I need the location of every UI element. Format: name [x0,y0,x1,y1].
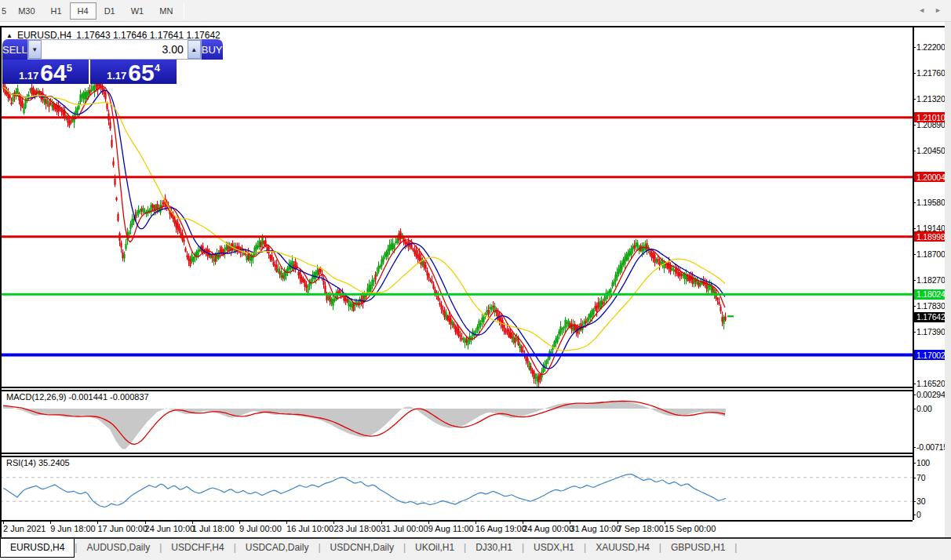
tab-scroll-right-icon[interactable]: ► [935,6,942,14]
axis-tick-mark [913,395,916,395]
price-tick-label: 1.18270 [916,275,946,285]
level-price-badge: 1.18024 [914,289,945,300]
pane-divider[interactable] [0,453,913,454]
date-tick-label: 24 Jun 10:00 [145,524,195,533]
rsi-indicator-label: RSI(14) 35.2405 [6,458,70,467]
timeframe-button-w1[interactable]: W1 [123,2,152,20]
buy-button[interactable]: BUY [202,39,223,60]
chart-tab-dj30[interactable]: DJ30,H1 [466,540,522,557]
pane-divider[interactable] [0,387,913,388]
chart-tab-gbpusd[interactable]: GBPUSD,H1 [661,540,734,557]
volume-increment-button[interactable]: ▲ [188,40,201,59]
level-price-badge: 1.20004 [914,172,945,182]
spin-down-icon: ▼ [31,46,38,53]
rsi-scale-label: 70 [916,473,925,482]
date-tick-label: 31 Aug 10:00 [570,524,621,533]
timeframe-button-m30[interactable]: M30 [10,2,42,20]
axis-tick-mark [913,99,916,100]
date-tick-label: 15 Sep 00:00 [665,524,716,533]
axis-tick-mark [913,280,916,281]
macd-title: MACD(12,26,9) [6,392,66,402]
axis-tick-mark [913,501,916,502]
axis-tick-mark [913,306,916,307]
chart-tab-audusd[interactable]: AUDUSD,Daily [77,540,159,557]
volume-box: ▼ ▲ [27,39,202,60]
date-axis[interactable]: 2 Jun 20219 Jun 18:0017 Jun 00:0024 Jun … [2,522,913,537]
date-tick-label: 1 Jul 18:00 [192,524,235,533]
date-tick-label: 9 Jul 00:00 [239,524,282,533]
date-tick-label: 9 Aug 11:00 [428,524,474,533]
level-price-badge: 1.17002 [914,350,945,360]
axis-tick-mark [913,463,916,464]
price-tick-label: 1.17390 [916,327,946,336]
timeframe-button-h1[interactable]: H1 [43,2,70,20]
date-tick-label: 16 Aug 19:00 [476,524,527,533]
current-price-badge: 1.17642 [914,312,945,322]
timeframe-button-mn[interactable]: MN [151,2,180,20]
tab-separator: | [734,542,737,553]
axis-tick-mark [913,73,916,74]
date-tick-label: 24 Aug 00:00 [523,524,574,533]
price-tick-label: 1.21760 [916,68,946,78]
buy-price-base: 1.17 [107,70,126,82]
chart-tab-usdcad[interactable]: USDCAD,Daily [236,540,319,557]
axis-tick-mark [913,409,916,409]
axis-tick-mark [913,515,916,515]
pane-divider[interactable] [0,390,913,391]
axis-tick-mark [913,332,916,333]
window-border [0,26,2,537]
timeframe-button-d1[interactable]: D1 [97,2,123,20]
date-tick-label: 7 Sep 18:00 [618,524,664,533]
price-tick-label: 1.21320 [916,94,946,104]
chart-tab-eurusd[interactable]: EURUSD,H4 [0,539,75,558]
price-tick-label: 1.16520 [916,379,946,388]
level-price-badge: 1.21010 [914,112,945,122]
axis-tick-mark [913,47,916,48]
chart-tab-usdchf[interactable]: USDCHF,H4 [162,540,233,557]
date-tick-label: 31 Jul 00:00 [381,524,428,533]
date-tick-label: 16 Jul 10:00 [286,524,333,533]
collapse-arrow-icon[interactable]: ▲ [6,32,13,39]
rsi-scale-label: 30 [916,496,925,506]
chart-tab-usdx[interactable]: USDX,H1 [524,540,584,557]
volume-decrement-button[interactable]: ▼ [28,40,42,59]
tab-scroll-left-icon[interactable]: ◄ [918,6,925,14]
price-tick-label: 1.18700 [916,249,946,259]
macd-scale-label: 0.00 [916,404,932,413]
chart-tab-xauusd[interactable]: XAUUSD,H4 [586,540,659,557]
chart-tab-usdcnh[interactable]: USDCNH,Daily [321,540,403,557]
pane-divider[interactable] [0,456,913,457]
timeframe-toolbar: 5M30H1H4D1W1MN [0,0,951,22]
window-border [0,26,945,27]
price-tick-label: 1.20450 [916,146,946,155]
timeframe-button-h4[interactable]: H4 [70,2,97,20]
rsi-title: RSI(14) [6,458,36,467]
volume-input[interactable] [42,40,188,59]
axis-tick-mark [913,384,916,384]
buy-price-button[interactable]: 1.17 65 4 [90,60,177,84]
macd-values: -0.001441 -0.000837 [68,392,148,402]
date-tick-label: 17 Jun 00:00 [97,524,148,533]
rsi-canvas[interactable] [0,456,913,520]
buy-price-pips: 65 [128,62,154,84]
date-tick-label: 2 Jun 2021 [3,524,46,533]
macd-indicator-label: MACD(12,26,9) -0.001441 -0.000837 [6,392,149,402]
price-tick-label: 1.19580 [916,198,946,207]
chart-tab-ukoil[interactable]: UKOil,H1 [406,540,464,557]
price-tick-label: 1.17830 [916,301,946,311]
spin-up-icon: ▲ [191,46,197,53]
sell-button[interactable]: SELL [2,39,27,60]
chart-window: ▲ EURUSD,H4 1.17643 1.17646 1.17641 1.17… [0,26,945,537]
price-tick-label: 1.22200 [916,42,946,52]
date-tick-label: 23 Jul 18:00 [333,524,381,533]
rsi-scale-label: 100 [916,458,930,467]
sell-price-pips: 64 [40,62,66,84]
sell-price-button[interactable]: 1.17 64 5 [2,60,89,84]
toolbar-separator [184,2,184,20]
axis-tick-mark [913,202,916,203]
level-price-badge: 1.18998 [914,231,945,242]
sell-price-point: 5 [67,62,72,74]
timeframe-button-5[interactable]: 5 [0,2,10,20]
chart-tab-bar: EURUSD,H4|AUDUSD,Daily|USDCHF,H4|USDCAD,… [0,537,951,560]
price-axis[interactable]: 1.222001.217601.213201.208901.204501.195… [914,26,945,537]
